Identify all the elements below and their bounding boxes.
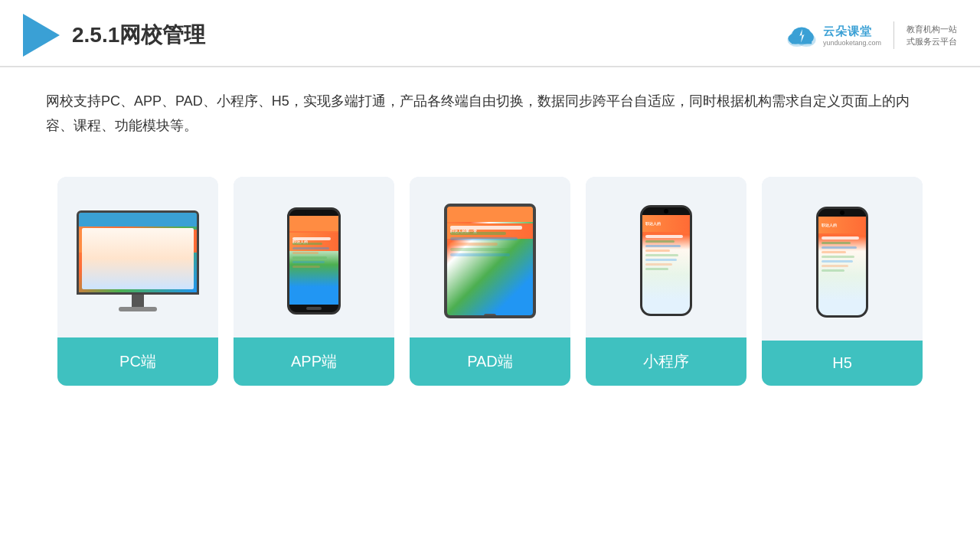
cloud-logo: 云朵课堂 yunduoketang.com [785,22,881,48]
screen-lines-4 [645,235,687,272]
card-pc: 职达人的 PC端 [57,177,218,386]
screen-lines [82,255,194,278]
phone-screen: 职达人的 [289,216,338,305]
screen-lines-3 [450,226,530,259]
card-pad: 职达人的第一堂 PAD端 [410,177,570,386]
tablet-button [484,314,496,318]
h5-phone: 职达人的 [816,207,868,318]
monitor-body: 职达人的 [77,210,199,295]
pc-device: 职达人的 [73,210,203,311]
card-h5-image: 职达人的 [762,177,923,341]
play-icon [23,14,60,57]
punch-hole [664,209,668,214]
h5-phone-top [818,209,866,217]
phone-home [306,307,322,310]
screen-lines-5 [822,236,863,274]
card-pc-label: PC端 [57,337,218,386]
tablet-device: 职达人的第一堂 [444,204,536,318]
screen-lines-2 [292,237,335,270]
card-h5-label: H5 [762,341,923,386]
logo-url: yunduoketang.com [823,39,881,47]
banner-text-5: 职达人的 [822,223,837,227]
screen-banner-4: 职达人的 [642,215,690,232]
cards-container: 职达人的 PC端 [0,154,980,409]
card-h5: 职达人的 H5 [762,177,923,386]
card-pad-image: 职达人的第一堂 [410,177,570,337]
app-phone-device: 职达人的 [287,207,341,315]
miniprogram-screen: 职达人的 [642,215,690,314]
monitor-stand [119,307,157,311]
cloud-svg-icon [785,22,818,48]
h5-punch-hole [840,210,844,215]
screen-banner: 职达人的 [79,230,197,253]
logo-main: 云朵课堂 [823,24,872,39]
monitor-neck [132,295,144,307]
card-app: 职达人的 APP端 [234,177,394,386]
card-app-label: APP端 [234,337,394,386]
card-app-image: 职达人的 [234,177,394,337]
phone-top [642,207,690,215]
phone-notch [305,210,323,216]
slogan: 教育机构一站 式服务云平台 [906,23,957,48]
tablet-screen: 职达人的第一堂 [447,207,533,315]
card-miniprogram-image: 职达人的 [586,177,746,337]
screen-banner-5: 职达人的 [818,217,866,233]
description-text: 网校支持PC、APP、PAD、小程序、H5，实现多端打通，产品各终端自由切换，数… [0,67,980,146]
logo-text: 云朵课堂 yunduoketang.com [823,24,881,47]
monitor-screen: 职达人的 [79,213,197,292]
header: 2.5.1网校管理 云朵课堂 yunduoketang.com 教育机构 [0,0,980,67]
h5-screen: 职达人的 [818,217,866,315]
card-pc-image: 职达人的 [57,177,218,337]
header-right: 云朵课堂 yunduoketang.com 教育机构一站 式服务云平台 [785,21,957,49]
card-pad-label: PAD端 [410,337,570,386]
banner-text-4: 职达人的 [645,221,661,226]
card-miniprogram-label: 小程序 [586,337,746,386]
miniprogram-phone: 职达人的 [640,205,692,316]
card-miniprogram: 职达人的 小程序 [586,177,746,386]
header-left: 2.5.1网校管理 [23,14,205,57]
page-title: 2.5.1网校管理 [72,21,205,50]
banner-text: 职达人的 [82,239,97,243]
header-divider [893,21,894,49]
